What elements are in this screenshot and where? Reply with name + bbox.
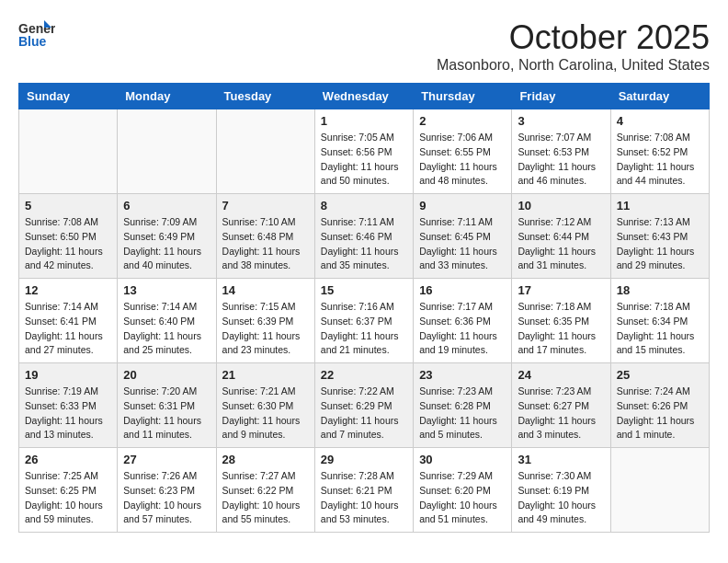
day-info: Sunrise: 7:17 AMSunset: 6:36 PMDaylight:… — [419, 300, 506, 358]
day-info: Sunrise: 7:18 AMSunset: 6:34 PMDaylight:… — [617, 300, 703, 358]
calendar-cell: 7Sunrise: 7:10 AMSunset: 6:48 PMDaylight… — [216, 194, 314, 279]
calendar-cell: 11Sunrise: 7:13 AMSunset: 6:43 PMDayligh… — [610, 194, 709, 279]
weekday-header-sunday: Sunday — [19, 84, 118, 109]
calendar-cell — [118, 109, 216, 194]
day-info: Sunrise: 7:05 AMSunset: 6:56 PMDaylight:… — [321, 131, 407, 189]
day-info: Sunrise: 7:15 AMSunset: 6:39 PMDaylight:… — [222, 300, 309, 358]
calendar-header-row: SundayMondayTuesdayWednesdayThursdayFrid… — [19, 84, 710, 109]
day-info: Sunrise: 7:23 AMSunset: 6:28 PMDaylight:… — [419, 385, 506, 442]
calendar-week-row: 26Sunrise: 7:25 AMSunset: 6:25 PMDayligh… — [19, 448, 710, 533]
logo-icon: General Blue — [18, 18, 55, 48]
location-title: Masonboro, North Carolina, United States — [437, 57, 710, 74]
calendar-cell: 21Sunrise: 7:21 AMSunset: 6:30 PMDayligh… — [216, 363, 314, 448]
day-number: 18 — [617, 283, 703, 297]
day-number: 28 — [222, 453, 309, 466]
day-number: 20 — [123, 368, 210, 382]
day-info: Sunrise: 7:08 AMSunset: 6:52 PMDaylight:… — [617, 131, 703, 189]
calendar-cell: 19Sunrise: 7:19 AMSunset: 6:33 PMDayligh… — [19, 363, 118, 448]
day-info: Sunrise: 7:18 AMSunset: 6:35 PMDaylight:… — [518, 300, 604, 358]
calendar-cell: 5Sunrise: 7:08 AMSunset: 6:50 PMDaylight… — [19, 194, 118, 279]
day-info: Sunrise: 7:07 AMSunset: 6:53 PMDaylight:… — [518, 131, 604, 189]
day-info: Sunrise: 7:25 AMSunset: 6:25 PMDaylight:… — [25, 469, 111, 527]
calendar-cell: 20Sunrise: 7:20 AMSunset: 6:31 PMDayligh… — [118, 363, 216, 448]
day-number: 2 — [419, 114, 506, 128]
calendar-cell: 2Sunrise: 7:06 AMSunset: 6:55 PMDaylight… — [414, 109, 512, 194]
day-number: 9 — [419, 199, 506, 213]
calendar-cell: 8Sunrise: 7:11 AMSunset: 6:46 PMDaylight… — [314, 194, 413, 279]
day-number: 29 — [321, 453, 407, 466]
day-info: Sunrise: 7:26 AMSunset: 6:23 PMDaylight:… — [123, 469, 210, 527]
day-number: 1 — [321, 114, 407, 128]
svg-text:Blue: Blue — [18, 34, 47, 48]
calendar-cell: 29Sunrise: 7:28 AMSunset: 6:21 PMDayligh… — [314, 448, 413, 533]
day-number: 13 — [123, 283, 210, 297]
day-info: Sunrise: 7:12 AMSunset: 6:44 PMDaylight:… — [518, 215, 604, 273]
day-info: Sunrise: 7:30 AMSunset: 6:19 PMDaylight:… — [518, 469, 604, 527]
day-number: 12 — [25, 283, 111, 297]
month-title: October 2025 — [437, 18, 710, 57]
weekday-header-monday: Monday — [118, 84, 216, 109]
day-info: Sunrise: 7:09 AMSunset: 6:49 PMDaylight:… — [123, 215, 210, 273]
day-number: 8 — [321, 199, 407, 213]
calendar-cell: 1Sunrise: 7:05 AMSunset: 6:56 PMDaylight… — [314, 109, 413, 194]
day-number: 26 — [25, 453, 111, 466]
calendar-cell: 28Sunrise: 7:27 AMSunset: 6:22 PMDayligh… — [216, 448, 314, 533]
day-info: Sunrise: 7:27 AMSunset: 6:22 PMDaylight:… — [222, 469, 309, 527]
day-number: 25 — [617, 368, 703, 382]
calendar-cell: 16Sunrise: 7:17 AMSunset: 6:36 PMDayligh… — [414, 279, 512, 363]
calendar-cell: 27Sunrise: 7:26 AMSunset: 6:23 PMDayligh… — [118, 448, 216, 533]
calendar-cell — [19, 109, 118, 194]
day-info: Sunrise: 7:20 AMSunset: 6:31 PMDaylight:… — [123, 385, 210, 442]
day-info: Sunrise: 7:29 AMSunset: 6:20 PMDaylight:… — [419, 469, 506, 527]
day-info: Sunrise: 7:14 AMSunset: 6:41 PMDaylight:… — [25, 300, 111, 358]
day-number: 10 — [518, 199, 604, 213]
calendar-cell: 31Sunrise: 7:30 AMSunset: 6:19 PMDayligh… — [512, 448, 610, 533]
day-number: 7 — [222, 199, 309, 213]
weekday-header-friday: Friday — [512, 84, 610, 109]
calendar-cell: 25Sunrise: 7:24 AMSunset: 6:26 PMDayligh… — [610, 363, 709, 448]
day-number: 21 — [222, 368, 309, 382]
day-number: 14 — [222, 283, 309, 297]
logo: General Blue — [18, 18, 55, 48]
day-number: 11 — [617, 199, 703, 213]
day-info: Sunrise: 7:14 AMSunset: 6:40 PMDaylight:… — [123, 300, 210, 358]
day-number: 31 — [518, 453, 604, 466]
day-number: 17 — [518, 283, 604, 297]
day-number: 15 — [321, 283, 407, 297]
day-info: Sunrise: 7:23 AMSunset: 6:27 PMDaylight:… — [518, 385, 604, 442]
calendar-cell — [216, 109, 314, 194]
calendar-cell: 24Sunrise: 7:23 AMSunset: 6:27 PMDayligh… — [512, 363, 610, 448]
calendar-cell: 26Sunrise: 7:25 AMSunset: 6:25 PMDayligh… — [19, 448, 118, 533]
calendar-week-row: 19Sunrise: 7:19 AMSunset: 6:33 PMDayligh… — [19, 363, 710, 448]
calendar-week-row: 1Sunrise: 7:05 AMSunset: 6:56 PMDaylight… — [19, 109, 710, 194]
calendar-cell: 17Sunrise: 7:18 AMSunset: 6:35 PMDayligh… — [512, 279, 610, 363]
day-info: Sunrise: 7:11 AMSunset: 6:46 PMDaylight:… — [321, 215, 407, 273]
weekday-header-thursday: Thursday — [414, 84, 512, 109]
day-number: 27 — [123, 453, 210, 466]
calendar-cell: 15Sunrise: 7:16 AMSunset: 6:37 PMDayligh… — [314, 279, 413, 363]
day-number: 30 — [419, 453, 506, 466]
calendar-cell — [610, 448, 709, 533]
day-info: Sunrise: 7:24 AMSunset: 6:26 PMDaylight:… — [617, 385, 703, 442]
day-info: Sunrise: 7:08 AMSunset: 6:50 PMDaylight:… — [25, 215, 111, 273]
calendar-cell: 4Sunrise: 7:08 AMSunset: 6:52 PMDaylight… — [610, 109, 709, 194]
calendar-cell: 22Sunrise: 7:22 AMSunset: 6:29 PMDayligh… — [314, 363, 413, 448]
weekday-header-saturday: Saturday — [610, 84, 709, 109]
title-block: October 2025 Masonboro, North Carolina, … — [437, 18, 710, 74]
day-number: 19 — [25, 368, 111, 382]
day-info: Sunrise: 7:11 AMSunset: 6:45 PMDaylight:… — [419, 215, 506, 273]
calendar-cell: 23Sunrise: 7:23 AMSunset: 6:28 PMDayligh… — [414, 363, 512, 448]
page-header: General Blue October 2025 Masonboro, Nor… — [18, 18, 710, 74]
weekday-header-wednesday: Wednesday — [314, 84, 413, 109]
weekday-header-tuesday: Tuesday — [216, 84, 314, 109]
calendar-cell: 18Sunrise: 7:18 AMSunset: 6:34 PMDayligh… — [610, 279, 709, 363]
day-number: 4 — [617, 114, 703, 128]
day-info: Sunrise: 7:16 AMSunset: 6:37 PMDaylight:… — [321, 300, 407, 358]
day-number: 22 — [321, 368, 407, 382]
calendar-cell: 13Sunrise: 7:14 AMSunset: 6:40 PMDayligh… — [118, 279, 216, 363]
day-info: Sunrise: 7:22 AMSunset: 6:29 PMDaylight:… — [321, 385, 407, 442]
day-info: Sunrise: 7:13 AMSunset: 6:43 PMDaylight:… — [617, 215, 703, 273]
day-number: 3 — [518, 114, 604, 128]
day-number: 24 — [518, 368, 604, 382]
day-info: Sunrise: 7:06 AMSunset: 6:55 PMDaylight:… — [419, 131, 506, 189]
